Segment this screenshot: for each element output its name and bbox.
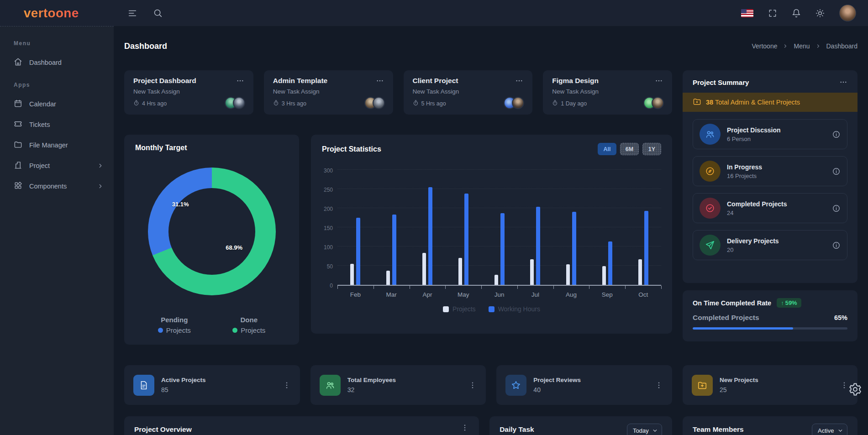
more-options-icon[interactable]: [839, 78, 847, 86]
more-options-icon[interactable]: [468, 381, 477, 389]
bar-projects: [422, 253, 426, 285]
project-card[interactable]: Admin Template New Task Assign 3 Hrs ago: [264, 70, 393, 115]
stat-title: Project Reviews: [533, 377, 581, 383]
more-options-icon[interactable]: [236, 77, 244, 85]
team-members-card: Team Members Active: [683, 416, 857, 435]
progress-label: Completed Projects: [693, 314, 759, 322]
info-icon[interactable]: [832, 167, 841, 176]
legend-label: Projects: [241, 325, 265, 335]
bar-group: [374, 171, 410, 285]
y-tick-label: 300: [324, 168, 333, 174]
filter-1y-button[interactable]: 1Y: [642, 143, 661, 155]
more-options-icon[interactable]: [376, 77, 384, 85]
bar-working-hours: [428, 187, 432, 285]
legend-item-done[interactable]: Done Projects: [232, 314, 265, 336]
sidebar-section-apps: Apps: [0, 73, 114, 94]
more-options-icon[interactable]: [655, 77, 663, 85]
hamburger-icon[interactable]: [127, 8, 137, 18]
user-avatar[interactable]: [839, 5, 856, 21]
bell-icon[interactable]: [792, 9, 801, 18]
bars: [337, 171, 661, 285]
bar-group: [553, 171, 589, 285]
project-summary-card: Project Summary 38 Total Admin & Client …: [683, 70, 857, 283]
legend-item-pending[interactable]: Pending Projects: [158, 314, 191, 336]
stat-card-new-projects[interactable]: New Projects25: [683, 365, 857, 405]
summary-item-title: Completed Projects: [727, 200, 787, 208]
project-card-time: 1 Day ago: [561, 100, 587, 107]
avatar: [373, 97, 385, 109]
stat-card-active-projects[interactable]: Active Projects85: [124, 365, 300, 405]
bar-working-hours: [536, 207, 540, 285]
card-title: Project Overview: [134, 425, 192, 434]
info-icon[interactable]: [832, 130, 841, 139]
sidebar-item-label: Tickets: [29, 121, 50, 128]
x-axis-label: Feb: [337, 291, 374, 298]
calendar-icon: [14, 99, 22, 109]
summary-item-completed[interactable]: Completed Projects24: [693, 193, 847, 223]
bar-working-hours: [608, 241, 612, 285]
project-card[interactable]: Client Project New Task Assign 5 Hrs ago: [404, 70, 533, 115]
fullscreen-icon[interactable]: [768, 9, 777, 18]
project-card[interactable]: Project Dashboard New Task Assign 4 Hrs …: [124, 70, 253, 115]
more-options-icon[interactable]: [515, 77, 523, 85]
settings-gear-icon[interactable]: [848, 383, 862, 398]
more-options-icon[interactable]: [655, 381, 663, 389]
legend-marker: [158, 328, 163, 333]
progress-bar-fill: [693, 327, 793, 330]
daily-task-card: Daily Task Today: [489, 416, 672, 435]
clock-icon: [273, 100, 279, 107]
stat-value: 85: [161, 386, 206, 393]
sidebar-item-dashboard[interactable]: Dashboard: [0, 52, 114, 73]
y-tick-label: 0: [330, 283, 333, 289]
info-icon[interactable]: [832, 241, 841, 250]
stat-card-total-employees[interactable]: Total Employees32: [310, 365, 486, 405]
x-axis-label: Jul: [517, 291, 553, 298]
stat-title: Active Projects: [161, 377, 206, 383]
bar-projects: [602, 266, 606, 285]
breadcrumb-item[interactable]: Menu: [794, 42, 810, 50]
project-statistics-card: Project Statistics All 6M 1Y 05010015020…: [311, 135, 672, 334]
search-icon[interactable]: [153, 8, 163, 18]
team-members-filter-select[interactable]: Active: [812, 424, 847, 435]
project-card-subtitle: New Task Assign: [413, 88, 524, 95]
stat-value: 40: [533, 386, 581, 393]
more-options-icon[interactable]: [461, 424, 469, 432]
more-options-icon[interactable]: [840, 381, 848, 389]
project-card-title: Figma Design: [552, 77, 599, 85]
more-options-icon[interactable]: [283, 381, 291, 389]
breadcrumb-item[interactable]: Dashboard: [826, 42, 858, 50]
sidebar-item-tickets[interactable]: Tickets: [0, 114, 114, 135]
card-title: Project Statistics: [322, 145, 381, 153]
breadcrumb-item[interactable]: Vertoone: [752, 42, 777, 50]
sidebar-item-project[interactable]: Project: [0, 155, 114, 176]
y-tick-label: 150: [324, 225, 333, 231]
sun-icon[interactable]: [815, 9, 825, 18]
sidebar-item-components[interactable]: Components: [0, 176, 114, 196]
legend-label: Projects: [166, 325, 191, 335]
breadcrumb: Vertoone Menu Dashboard: [752, 42, 857, 50]
summary-item-in-progress[interactable]: In Progress16 Projects: [693, 156, 847, 186]
legend-item-working-hours[interactable]: Working Hours: [489, 305, 540, 313]
sidebar-item-label: File Manager: [29, 142, 68, 149]
sidebar-item-calendar[interactable]: Calendar: [0, 94, 114, 114]
sidebar-section-menu: Menu: [0, 31, 114, 52]
legend-label: Done: [232, 314, 265, 325]
gridline: [337, 169, 661, 170]
project-card[interactable]: Figma Design New Task Assign 1 Day ago: [543, 70, 672, 115]
chevron-right-icon: [97, 162, 104, 169]
summary-item-delivery[interactable]: Delivery Projects20: [693, 230, 847, 260]
sidebar-item-file-manager[interactable]: File Manager: [0, 135, 114, 155]
info-icon[interactable]: [832, 204, 841, 213]
card-title: Monthly Target: [135, 144, 288, 152]
filter-all-button[interactable]: All: [598, 143, 616, 155]
summary-item-title: Delivery Projects: [727, 237, 779, 245]
check-circle-icon: [700, 198, 721, 219]
axis-tick: [589, 286, 589, 289]
legend-item-projects[interactable]: Projects: [443, 305, 476, 313]
axis-tick: [625, 286, 626, 289]
summary-item-discussion[interactable]: Project Discssion6 Person: [693, 119, 847, 149]
filter-6m-button[interactable]: 6M: [620, 143, 639, 155]
stat-card-project-reviews[interactable]: Project Reviews40: [496, 365, 672, 405]
us-flag-icon[interactable]: [741, 9, 753, 17]
daily-task-range-select[interactable]: Today: [627, 424, 662, 435]
